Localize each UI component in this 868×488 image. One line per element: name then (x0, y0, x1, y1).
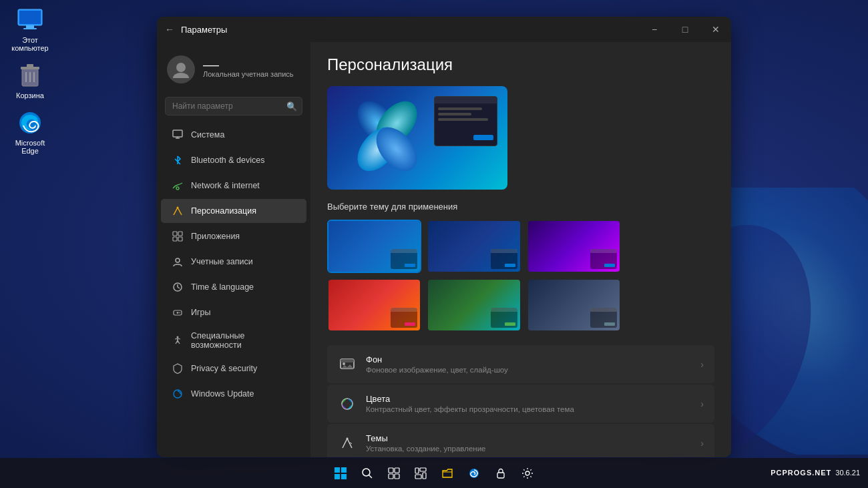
theme-preview (327, 86, 507, 190)
search-icon: 🔍 (286, 101, 297, 111)
back-button[interactable]: ← (165, 24, 174, 35)
this-pc-icon (17, 7, 43, 33)
theme-3-bg (528, 221, 620, 272)
theme-card-1[interactable] (327, 220, 421, 273)
sidebar-item-accessibility-label: Специальные возможности (191, 331, 296, 350)
sidebar-item-apps[interactable]: Приложения (161, 224, 306, 248)
network-icon (171, 179, 184, 192)
privacy-icon (171, 362, 184, 375)
sidebar-item-apps-label: Приложения (191, 232, 240, 241)
theme-card-3[interactable] (527, 220, 621, 273)
themes-chevron: › (700, 438, 704, 449)
user-section: —— Локальная учетная запись (157, 49, 310, 93)
theme-2-bg (428, 221, 519, 272)
minimize-button[interactable]: − (639, 17, 670, 42)
theme-1-bg (329, 221, 420, 272)
sidebar-item-system[interactable]: Система (161, 123, 306, 147)
maximize-button[interactable]: □ (670, 17, 700, 42)
svg-point-43 (347, 437, 349, 439)
sidebar-item-accessibility[interactable]: Специальные возможности (161, 326, 306, 355)
sidebar-item-bluetooth[interactable]: Bluetooth & devices (161, 148, 306, 172)
sidebar: —— Локальная учетная запись 🔍 Система (157, 42, 310, 457)
svg-rect-21 (178, 232, 182, 236)
taskbar-center (330, 463, 538, 484)
svg-rect-52 (389, 474, 393, 479)
main-content: Персонализация (310, 42, 731, 457)
background-icon (338, 355, 357, 374)
svg-point-19 (177, 207, 179, 209)
theme-card-5[interactable] (427, 278, 521, 332)
svg-point-60 (525, 471, 529, 475)
svg-point-14 (173, 73, 189, 78)
sidebar-item-time-lang[interactable]: Time & language (161, 275, 306, 299)
colors-title: Цвета (366, 394, 691, 404)
svg-point-13 (176, 63, 186, 72)
time-icon (171, 280, 184, 294)
theme-card-4[interactable] (327, 278, 421, 332)
svg-rect-45 (341, 467, 347, 473)
apps-icon (171, 230, 184, 243)
explorer-button[interactable] (437, 463, 458, 484)
sidebar-item-windows-update[interactable]: Windows Update (161, 382, 306, 406)
sidebar-item-bluetooth-label: Bluetooth & devices (191, 156, 265, 165)
sidebar-item-accounts-label: Учетные записи (191, 257, 253, 266)
background-text: Фон Фоновое изображение, цвет, слайд-шоу (366, 354, 691, 374)
taskbar-time: 30.6.21 (835, 468, 860, 477)
search-button[interactable] (357, 463, 378, 484)
svg-point-41 (343, 362, 345, 365)
sidebar-item-accounts[interactable]: Учетные записи (161, 250, 306, 274)
edge-taskbar-button[interactable] (463, 463, 485, 484)
sidebar-item-personalization[interactable]: Персонализация (161, 199, 306, 223)
svg-rect-55 (420, 468, 426, 471)
theme-card-2[interactable] (427, 220, 521, 273)
window-title: Параметры (181, 25, 227, 35)
close-button[interactable]: ✕ (700, 17, 731, 42)
sidebar-item-gaming[interactable]: Игры (161, 300, 306, 324)
svg-rect-40 (341, 359, 354, 362)
widgets-button[interactable] (410, 463, 431, 484)
sidebar-item-gaming-label: Игры (191, 308, 210, 317)
svg-rect-6 (27, 64, 33, 67)
svg-rect-57 (423, 473, 426, 479)
sidebar-item-privacy[interactable]: Privacy & security (161, 356, 306, 381)
start-button[interactable] (330, 463, 351, 484)
desktop-icons: Этот компьютер Корзина (7, 7, 53, 155)
svg-rect-56 (415, 475, 421, 479)
settings-list: Фон Фоновое изображение, цвет, слайд-шоу… (327, 345, 714, 457)
win11-flower (347, 93, 427, 180)
themes-icon (338, 434, 357, 453)
user-role: Локальная учетная запись (203, 70, 294, 78)
lock-button[interactable] (490, 463, 511, 484)
sidebar-item-network[interactable]: Network & internet (161, 174, 306, 198)
search-box: 🔍 (165, 97, 302, 115)
sidebar-item-privacy-label: Privacy & security (191, 364, 257, 373)
svg-rect-53 (395, 474, 399, 479)
background-title: Фон (366, 354, 691, 364)
settings-item-background[interactable]: Фон Фоновое изображение, цвет, слайд-шоу… (327, 345, 714, 383)
search-input[interactable] (165, 97, 302, 115)
task-view-button[interactable] (383, 463, 405, 484)
svg-rect-3 (23, 28, 37, 29)
svg-rect-47 (341, 474, 347, 479)
svg-point-18 (176, 187, 179, 190)
gaming-icon (171, 306, 184, 319)
svg-rect-23 (178, 237, 182, 241)
desktop-icon-this-pc[interactable]: Этот компьютер (7, 7, 53, 52)
desktop-icon-recycle-bin[interactable]: Корзина (7, 62, 53, 99)
sidebar-item-network-label: Network & internet (191, 181, 260, 190)
themes-title: Темы (366, 433, 691, 443)
svg-rect-46 (335, 474, 340, 479)
avatar (167, 55, 195, 83)
themes-grid (327, 220, 621, 332)
settings-item-themes[interactable]: Темы Установка, создание, управление › (327, 424, 714, 457)
page-title: Персонализация (327, 55, 714, 74)
settings-window: ← Параметры − □ ✕ (157, 17, 731, 457)
edge-label: MicrosoftEdge (15, 139, 45, 155)
desktop-icon-edge[interactable]: MicrosoftEdge (7, 109, 53, 155)
recycle-bin-icon (17, 62, 43, 89)
svg-point-24 (176, 258, 180, 262)
settings-item-colors[interactable]: Цвета Контрастный цвет, эффекты прозрачн… (327, 385, 714, 423)
theme-card-6[interactable] (527, 278, 621, 332)
theme-6-bg (528, 280, 620, 330)
settings-taskbar-button[interactable] (517, 463, 538, 484)
